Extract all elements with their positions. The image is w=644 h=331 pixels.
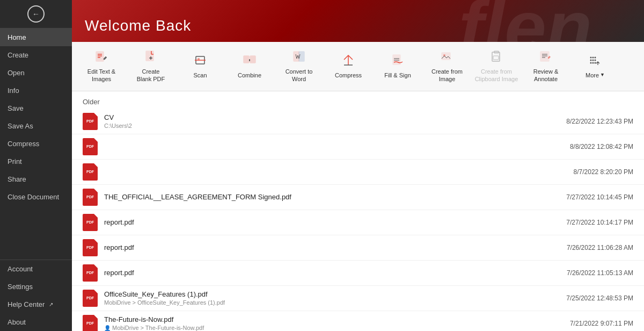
- create-blank-pdf-icon: [144, 49, 158, 66]
- combine-label: Combine: [238, 71, 261, 79]
- file-date: 8/7/2022 8:20:20 PM: [574, 168, 633, 176]
- sidebar-item-save-as[interactable]: Save As: [0, 117, 72, 135]
- pdf-icon: PDF: [83, 264, 98, 282]
- sidebar-item-help-center[interactable]: Help Center ↗: [0, 296, 72, 313]
- sidebar-item-create[interactable]: Create: [0, 46, 72, 64]
- file-path: MobiDrive > OfficeSuite_Key_Features (1)…: [104, 299, 560, 306]
- file-item[interactable]: PDF8/8/2022 12:08:42 PM: [72, 134, 644, 160]
- file-item[interactable]: PDF8/7/2022 8:20:20 PM: [72, 160, 644, 185]
- sidebar: ← Home Create Open Info Save Save As Com…: [0, 0, 72, 331]
- file-name: The-Future-is-Now.pdf: [104, 315, 564, 323]
- convert-to-word-button[interactable]: Convert toWord: [275, 45, 323, 88]
- fill-sign-label: Fill & Sign: [384, 71, 411, 79]
- file-name: OfficeSuite_Key_Features (1).pdf: [104, 290, 560, 298]
- create-from-clipboard-button[interactable]: Create fromClipboard Image: [472, 45, 521, 88]
- sidebar-item-account[interactable]: Account: [0, 260, 72, 278]
- external-link-icon: ↗: [49, 301, 53, 307]
- pdf-icon: PDF: [83, 214, 98, 231]
- create-from-image-button[interactable]: Create fromImage: [423, 45, 471, 88]
- file-item[interactable]: PDFCVC:\Users\28/22/2022 12:23:43 PM: [72, 109, 644, 134]
- svg-point-36: [592, 62, 594, 64]
- svg-point-33: [592, 60, 594, 61]
- file-name: report.pdf: [104, 243, 560, 251]
- sidebar-item-print[interactable]: Print: [0, 153, 72, 170]
- create-from-clipboard-icon: [489, 49, 503, 66]
- sidebar-item-compress[interactable]: Compress: [0, 135, 72, 153]
- sidebar-item-share[interactable]: Share: [0, 170, 72, 188]
- pdf-icon: PDF: [83, 239, 98, 256]
- file-name: THE_OFFICIAL__LEASE_AGREEMENT_FORM Signe…: [104, 193, 560, 201]
- combine-button[interactable]: Combine: [225, 49, 274, 83]
- fill-sign-button[interactable]: Fill & Sign: [374, 49, 422, 83]
- file-name: CV: [104, 113, 560, 121]
- sidebar-item-home[interactable]: Home: [0, 28, 72, 46]
- file-path: 👤 MobiDrive > The-Future-is-Now.pdf: [104, 325, 564, 331]
- sidebar-item-open[interactable]: Open: [0, 64, 72, 82]
- toolbar: Edit Text &Images CreateBlank PDF: [72, 42, 644, 91]
- review-annotate-icon: [539, 49, 553, 66]
- scan-icon: [193, 53, 207, 69]
- combine-icon: [243, 53, 257, 69]
- file-item[interactable]: PDFreport.pdf7/26/2022 11:05:13 AM: [72, 261, 644, 286]
- svg-rect-0: [96, 52, 104, 61]
- file-date: 7/21/2022 9:07:11 PM: [570, 320, 633, 327]
- page-title: Welcome Back: [85, 17, 191, 34]
- older-section-header: Older: [72, 91, 644, 109]
- file-item[interactable]: PDFreport.pdf7/27/2022 10:14:17 PM: [72, 210, 644, 235]
- file-rows: PDFCVC:\Users\28/22/2022 12:23:43 PMPDF8…: [72, 109, 644, 331]
- edit-text-images-label: Edit Text &Images: [87, 68, 115, 83]
- pdf-icon: PDF: [83, 315, 98, 331]
- svg-point-29: [590, 57, 592, 59]
- scan-button[interactable]: Scan: [176, 49, 224, 83]
- compress-label: Compress: [335, 71, 362, 79]
- file-name: report.pdf: [104, 218, 560, 226]
- file-date: 7/26/2022 11:06:28 AM: [567, 244, 633, 251]
- compress-icon: [341, 53, 355, 69]
- svg-rect-25: [540, 52, 549, 61]
- create-from-image-label: Create fromImage: [431, 68, 463, 83]
- more-button[interactable]: More ▼: [571, 49, 619, 83]
- sidebar-item-info[interactable]: Info: [0, 82, 72, 99]
- sidebar-item-close-document[interactable]: Close Document: [0, 188, 72, 206]
- file-path: C:\Users\2: [104, 123, 560, 129]
- file-date: 7/27/2022 10:14:45 PM: [566, 193, 633, 201]
- back-button[interactable]: ←: [0, 0, 72, 28]
- edit-text-images-button[interactable]: Edit Text &Images: [77, 45, 126, 88]
- sidebar-item-about[interactable]: About: [0, 313, 72, 331]
- sidebar-item-settings[interactable]: Settings: [0, 278, 72, 296]
- create-from-clipboard-label: Create fromClipboard Image: [475, 68, 518, 83]
- file-name: report.pdf: [104, 269, 560, 277]
- review-annotate-button[interactable]: Review &Annotate: [522, 45, 570, 88]
- file-date: 7/25/2022 12:48:53 PM: [566, 294, 633, 302]
- scan-label: Scan: [193, 71, 207, 79]
- svg-rect-12: [244, 56, 249, 63]
- file-item[interactable]: PDFOfficeSuite_Key_Features (1).pdfMobiD…: [72, 286, 644, 311]
- file-item[interactable]: PDFTHE_OFFICIAL__LEASE_AGREEMENT_FORM Si…: [72, 185, 644, 210]
- pdf-icon: PDF: [83, 189, 98, 206]
- header-decoration: flen...: [458, 0, 644, 42]
- svg-rect-4: [146, 51, 153, 61]
- edit-text-images-icon: [94, 49, 108, 66]
- svg-rect-13: [250, 56, 255, 63]
- file-date: 8/22/2022 12:23:43 PM: [566, 118, 633, 125]
- sidebar-item-save[interactable]: Save: [0, 99, 72, 117]
- pdf-icon: PDF: [83, 138, 98, 155]
- file-item[interactable]: PDFThe-Future-is-Now.pdf👤 MobiDrive > Th…: [72, 311, 644, 331]
- welcome-header: Welcome Back flen...: [72, 0, 644, 42]
- convert-to-word-label: Convert toWord: [286, 68, 313, 83]
- more-label: More ▼: [586, 71, 605, 79]
- svg-point-37: [595, 62, 596, 64]
- file-date: 8/8/2022 12:08:42 PM: [570, 143, 633, 150]
- fill-sign-icon: [391, 53, 405, 69]
- svg-point-35: [590, 62, 592, 64]
- pdf-icon: PDF: [83, 290, 98, 307]
- create-blank-pdf-button[interactable]: CreateBlank PDF: [127, 45, 175, 88]
- svg-point-31: [595, 57, 596, 59]
- pdf-icon: PDF: [83, 163, 98, 181]
- svg-point-32: [590, 60, 592, 61]
- file-item[interactable]: PDFreport.pdf7/26/2022 11:06:28 AM: [72, 235, 644, 261]
- compress-button[interactable]: Compress: [324, 49, 372, 83]
- svg-rect-11: [197, 58, 200, 60]
- svg-rect-24: [493, 56, 499, 60]
- file-list-wrapper: Older PDFCVC:\Users\28/22/2022 12:23:43 …: [72, 91, 644, 331]
